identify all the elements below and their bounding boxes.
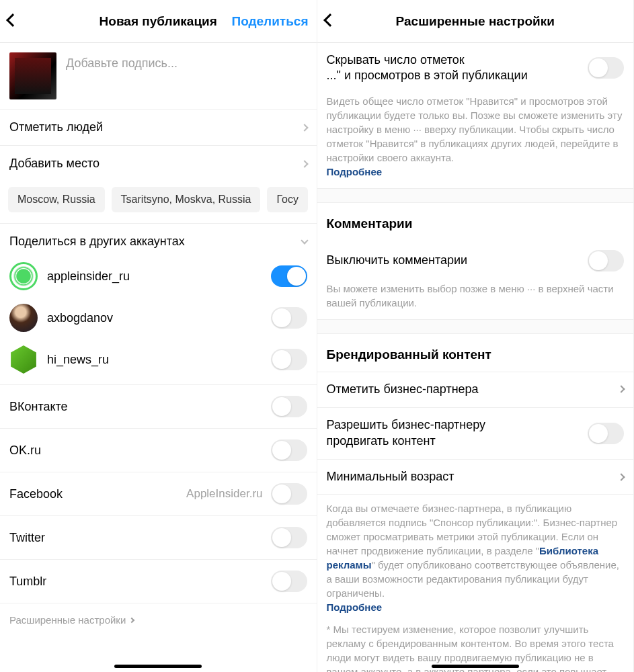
allow-promote-row: Разрешить бизнес-партнеру продвигать кон…	[317, 407, 634, 459]
back-button[interactable]	[325, 15, 335, 28]
location-chips: Moscow, Russia Tsaritsyno, Moskva, Russi…	[0, 181, 317, 223]
header: Новая публикация Поделиться	[0, 0, 317, 43]
home-indicator[interactable]	[114, 665, 202, 668]
account-row: hi_news_ru	[0, 339, 317, 384]
page-title: Расширенные настройки	[396, 14, 555, 29]
back-button[interactable]	[8, 15, 17, 28]
hide-likes-toggle[interactable]	[588, 57, 624, 79]
account-name: axbogdanov	[47, 311, 262, 325]
chevron-left-icon	[323, 13, 337, 27]
share-other-accounts-label: Поделиться в других аккаунтах	[9, 235, 185, 249]
caption-row: Добавьте подпись...	[0, 43, 317, 109]
branded-help: Когда вы отмечаете бизнес-партнера, в пу…	[317, 495, 634, 614]
disable-comments-help: Вы можете изменить выбор позже в меню ··…	[317, 282, 634, 319]
chevron-right-icon	[301, 160, 308, 167]
home-indicator[interactable]	[432, 665, 519, 668]
branded-section-title: Брендированный контент	[317, 334, 634, 372]
hide-likes-help: Видеть общее число отметок "Нравится" и …	[317, 94, 634, 188]
content-scroll[interactable]: Добавьте подпись... Отметить людей Добав…	[0, 43, 317, 672]
disable-comments-row: Выключить комментарии	[317, 241, 634, 282]
account-toggle[interactable]	[271, 265, 307, 287]
location-chip[interactable]: Госу	[267, 187, 308, 212]
post-thumbnail[interactable]	[9, 52, 56, 99]
social-row-tumblr: Tumblr	[0, 559, 317, 603]
header: Расширенные настройки	[317, 0, 634, 43]
advanced-settings-label: Расширенные настройки	[9, 614, 126, 626]
account-name: appleinsider_ru	[47, 269, 262, 284]
section-gap	[317, 188, 634, 203]
add-location-row[interactable]: Добавить место	[0, 145, 317, 181]
page-title: Новая публикация	[100, 14, 217, 29]
social-label: Twitter	[9, 531, 45, 545]
share-other-accounts-header[interactable]: Поделиться в других аккаунтах	[0, 223, 317, 255]
social-toggle[interactable]	[271, 483, 307, 505]
avatar	[9, 262, 38, 290]
tag-people-label: Отметить людей	[9, 120, 103, 134]
testing-note: * Мы тестируем изменение, которое позвол…	[317, 614, 634, 672]
hide-likes-row: Скрывать число отметок ..." и просмотров…	[317, 43, 634, 94]
account-toggle[interactable]	[271, 349, 307, 370]
chevron-left-icon	[6, 13, 19, 27]
social-row-ok: OK.ru	[0, 428, 317, 472]
avatar	[9, 345, 38, 374]
social-row-facebook: Facebook AppleInsider.ru	[0, 472, 317, 515]
chevron-right-icon	[617, 386, 625, 393]
location-chip[interactable]: Tsaritsyno, Moskva, Russia	[112, 187, 261, 212]
disable-comments-toggle[interactable]	[588, 250, 624, 271]
tag-partner-label: Отметить бизнес-партнера	[327, 382, 479, 397]
social-toggle[interactable]	[271, 571, 307, 592]
chevron-down-icon	[301, 237, 308, 244]
account-row: axbogdanov	[0, 297, 317, 339]
social-row-twitter: Twitter	[0, 515, 317, 559]
allow-promote-toggle[interactable]	[588, 423, 624, 444]
advanced-settings-link[interactable]: Расширенные настройки	[0, 603, 317, 636]
section-gap	[317, 319, 634, 334]
social-toggle[interactable]	[271, 527, 307, 548]
social-label: ВКонтакте	[9, 400, 68, 414]
tag-people-row[interactable]: Отметить людей	[0, 109, 317, 145]
social-label: Tumblr	[9, 575, 46, 589]
location-chip[interactable]: Moscow, Russia	[8, 187, 105, 212]
account-row: appleinsider_ru	[0, 255, 317, 297]
advanced-settings-screen: Расширенные настройки Скрывать число отм…	[317, 0, 635, 672]
chevron-right-icon	[129, 617, 134, 622]
comments-section-title: Комментарии	[317, 203, 634, 241]
allow-promote-label: Разрешить бизнес-партнеру продвигать кон…	[327, 417, 486, 449]
learn-more-link[interactable]: Подробнее	[327, 601, 383, 613]
social-row-vk: ВКонтакте	[0, 384, 317, 428]
social-toggle[interactable]	[271, 439, 307, 461]
min-age-row[interactable]: Минимальный возраст	[317, 459, 634, 495]
add-location-label: Добавить место	[9, 157, 100, 171]
caption-input[interactable]: Добавьте подпись...	[66, 52, 177, 71]
min-age-label: Минимальный возраст	[327, 469, 454, 485]
disable-comments-label: Выключить комментарии	[327, 253, 468, 268]
chevron-right-icon	[617, 473, 625, 480]
avatar	[9, 304, 38, 332]
content-scroll[interactable]: Скрывать число отметок ..." и просмотров…	[317, 43, 634, 672]
account-name: hi_news_ru	[47, 353, 262, 367]
share-button[interactable]: Поделиться	[231, 14, 308, 29]
social-toggle[interactable]	[271, 396, 307, 417]
social-label: Facebook	[9, 487, 63, 501]
tag-partner-row[interactable]: Отметить бизнес-партнера	[317, 372, 634, 407]
social-label: OK.ru	[9, 444, 41, 458]
hide-likes-label: Скрывать число отметок ..." и просмотров…	[327, 52, 528, 84]
chevron-right-icon	[301, 124, 308, 131]
account-toggle[interactable]	[271, 307, 307, 329]
new-post-screen: Новая публикация Поделиться Добавьте под…	[0, 0, 317, 672]
learn-more-link[interactable]: Подробнее	[327, 166, 383, 177]
social-sub: AppleInsider.ru	[186, 487, 262, 501]
